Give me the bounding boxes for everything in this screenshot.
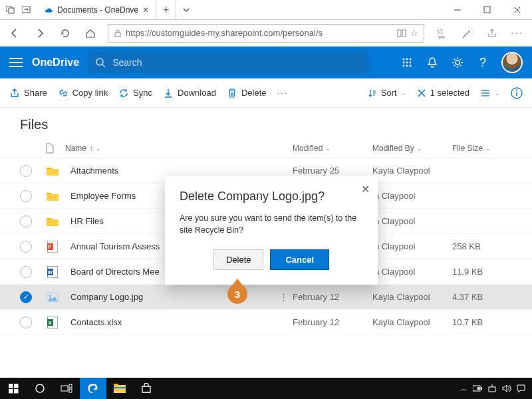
more-icon[interactable]: ··· [509, 25, 525, 41]
minimize-button[interactable] [442, 0, 472, 19]
svg-rect-1 [9, 8, 14, 13]
file-modified: February 12 [293, 317, 372, 327]
file-modified-by: Kayla Claypool [372, 317, 452, 327]
set-aside-icon[interactable] [20, 3, 33, 17]
column-modified-by[interactable]: Modified By ⌄ [372, 144, 452, 153]
file-size: 258 KB [452, 241, 512, 251]
explorer-taskbar-icon[interactable] [106, 378, 133, 399]
browser-tab[interactable]: Documents - OneDrive ✕ [37, 0, 156, 19]
back-button[interactable] [7, 25, 23, 41]
cortana-icon[interactable] [27, 378, 53, 399]
chevron-down-icon: ⌄ [401, 90, 406, 96]
row-select[interactable] [20, 266, 32, 278]
svg-rect-58 [489, 387, 495, 392]
action-center-icon[interactable] [517, 384, 525, 393]
chevron-down-icon: ⌄ [495, 90, 500, 96]
search-box[interactable] [88, 52, 368, 73]
svg-rect-47 [14, 389, 19, 394]
store-taskbar-icon[interactable] [133, 378, 160, 399]
image-icon [45, 293, 60, 302]
share-page-icon[interactable] [484, 25, 500, 41]
battery-icon[interactable] [473, 384, 482, 392]
ppt-icon: P [45, 241, 60, 253]
favorites-icon[interactable] [434, 25, 450, 41]
edge-taskbar-icon[interactable] [80, 378, 106, 399]
row-more-icon[interactable]: ⋮ [279, 292, 293, 302]
address-bar[interactable]: ☆ [108, 24, 424, 43]
settings-icon[interactable] [451, 56, 464, 69]
file-name[interactable]: Company Logo.jpg [70, 292, 279, 302]
file-modified-by: la Claypool [372, 216, 452, 226]
refresh-button[interactable] [57, 25, 73, 41]
file-name[interactable]: Attachments [70, 166, 279, 176]
breadcrumb[interactable]: Files [0, 108, 532, 139]
close-window-button[interactable] [502, 0, 532, 19]
folder-icon [45, 192, 60, 201]
word-icon: W [45, 266, 60, 278]
brand-label[interactable]: OneDrive [32, 57, 79, 68]
volume-icon[interactable] [502, 384, 511, 392]
svg-line-14 [102, 65, 105, 67]
file-name[interactable]: Contacts.xlsx [70, 317, 279, 327]
row-select[interactable] [20, 165, 32, 177]
column-size[interactable]: File Size ⌄ [452, 144, 512, 153]
svg-point-22 [406, 65, 408, 67]
task-view-icon[interactable] [53, 378, 80, 399]
waffle-icon[interactable] [400, 56, 414, 69]
delete-button[interactable]: Delete [227, 88, 267, 98]
browser-toolbar: ☆ ··· [0, 20, 532, 47]
row-select[interactable] [20, 215, 32, 227]
svg-point-48 [36, 384, 44, 392]
start-button[interactable] [0, 378, 27, 399]
row-select[interactable] [20, 241, 32, 253]
table-row[interactable]: XContacts.xlsxFebruary 12Kayla Claypool1… [0, 310, 532, 335]
dialog-cancel-button[interactable]: Cancel [270, 249, 329, 270]
url-input[interactable] [126, 28, 393, 38]
share-button[interactable]: Share [9, 88, 47, 98]
close-tab-icon[interactable]: ✕ [142, 5, 149, 15]
system-tray[interactable]: ︿ [460, 384, 532, 394]
table-row[interactable]: ✓Company Logo.jpg⋮February 12Kayla Clayp… [0, 285, 532, 310]
home-button[interactable] [82, 25, 98, 41]
row-select[interactable]: ✓ [20, 291, 32, 303]
clear-selection-icon [417, 88, 426, 98]
svg-point-19 [406, 62, 408, 64]
new-tab-button[interactable]: + [156, 0, 176, 19]
info-button[interactable] [511, 87, 523, 99]
lock-icon [114, 29, 122, 37]
help-icon[interactable]: ? [476, 56, 489, 69]
view-options-button[interactable]: ⌄ [480, 88, 500, 98]
selected-count[interactable]: 1 selected [417, 88, 469, 98]
tab-chevron-icon[interactable] [176, 0, 196, 19]
overflow-button[interactable]: ··· [277, 88, 288, 98]
svg-point-13 [96, 59, 103, 65]
delete-dialog: ✕ Delete Company Logo.jpg? Are you sure … [165, 176, 378, 285]
column-name[interactable]: Name ↑ ⌄ [65, 144, 293, 153]
maximize-button[interactable] [472, 0, 502, 19]
copy-link-button[interactable]: Copy link [58, 88, 108, 98]
svg-rect-10 [402, 30, 406, 37]
notes-icon[interactable] [459, 25, 475, 41]
dialog-delete-button[interactable]: Delete [213, 249, 264, 270]
app-launcher-icon[interactable] [9, 58, 23, 67]
favorite-icon[interactable]: ☆ [410, 28, 418, 38]
sync-button[interactable]: Sync [118, 88, 152, 98]
download-button[interactable]: Download [163, 88, 216, 98]
onedrive-header: OneDrive ? [0, 47, 532, 78]
user-avatar[interactable] [501, 52, 523, 73]
row-select[interactable] [20, 317, 32, 329]
row-select[interactable] [20, 190, 32, 202]
notifications-icon[interactable] [426, 56, 439, 69]
dialog-close-icon[interactable]: ✕ [361, 183, 370, 196]
svg-rect-45 [14, 384, 19, 388]
reading-view-icon[interactable] [397, 29, 406, 38]
sort-button[interactable]: Sort ⌄ [368, 88, 406, 98]
network-icon[interactable] [487, 384, 497, 392]
column-modified[interactable]: Modified ⌄ [293, 144, 372, 153]
onedrive-favicon-icon [44, 5, 53, 15]
svg-point-31 [516, 90, 517, 91]
tray-chevron-icon[interactable]: ︿ [460, 384, 467, 394]
tabs-icon[interactable] [4, 3, 17, 17]
search-input[interactable] [112, 57, 361, 68]
forward-button[interactable] [32, 25, 48, 41]
